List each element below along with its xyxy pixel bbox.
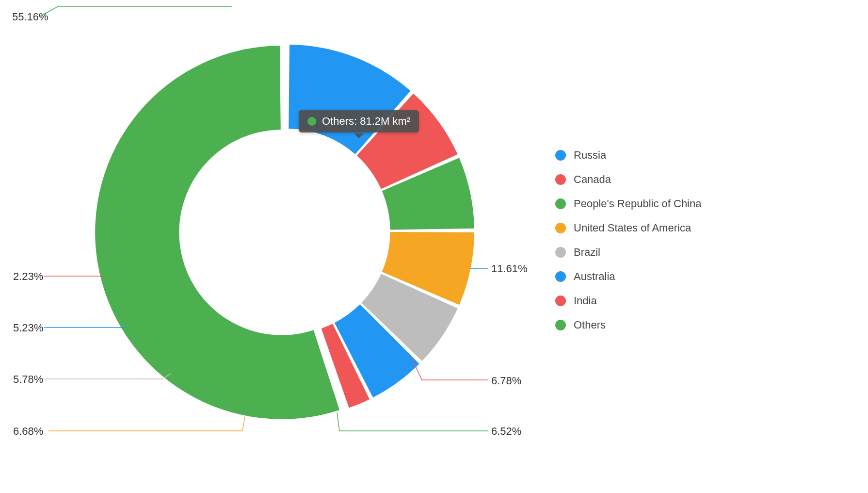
legend-dot — [555, 271, 566, 282]
leader-line — [40, 6, 232, 16]
slice-percent-label: 6.52% — [491, 425, 521, 438]
legend-item[interactable]: Brazil — [555, 240, 701, 264]
leader-line — [337, 412, 488, 431]
legend-dot — [555, 223, 566, 233]
legend-item[interactable]: People's Republic of China — [555, 192, 701, 216]
legend-label: Others — [574, 319, 606, 331]
legend-item[interactable]: United States of America — [555, 216, 701, 240]
legend-label: Russia — [574, 149, 606, 162]
donut-chart: RussiaCanadaPeople's Republic of ChinaUn… — [0, 0, 868, 493]
slice-percent-label: 11.61% — [491, 263, 528, 275]
legend-item[interactable]: Russia — [555, 143, 701, 167]
legend: RussiaCanadaPeople's Republic of ChinaUn… — [555, 143, 701, 337]
legend-label: Canada — [574, 173, 611, 186]
leader-line — [48, 416, 245, 431]
slice-percent-label: 55.16% — [12, 11, 48, 23]
tooltip: Others: 81.2M km² — [299, 110, 419, 132]
legend-dot — [555, 150, 566, 161]
legend-label: Australia — [574, 270, 615, 283]
legend-label: India — [574, 295, 597, 307]
tooltip-dot — [307, 117, 316, 126]
slice-percent-label: 5.78% — [13, 373, 43, 386]
legend-label: People's Republic of China — [574, 197, 701, 210]
chart-canvas — [0, 0, 868, 493]
slice-percent-label: 5.23% — [13, 322, 43, 334]
legend-dot — [555, 174, 566, 185]
legend-item[interactable]: India — [555, 289, 701, 313]
legend-label: United States of America — [574, 222, 691, 234]
slice-percent-label: 6.68% — [13, 425, 43, 438]
legend-item[interactable]: Canada — [555, 167, 701, 192]
slice-percent-label: 6.78% — [491, 375, 521, 387]
legend-item[interactable]: Others — [555, 313, 701, 337]
slice-percent-label: 2.23% — [13, 270, 43, 283]
legend-dot — [555, 296, 566, 306]
legend-label: Brazil — [574, 246, 600, 259]
legend-dot — [555, 247, 566, 258]
legend-item[interactable]: Australia — [555, 264, 701, 289]
legend-dot — [555, 198, 566, 209]
legend-dot — [555, 320, 566, 330]
tooltip-text: Others: 81.2M km² — [322, 115, 410, 128]
leader-line — [412, 359, 488, 380]
leader-line — [44, 374, 171, 379]
